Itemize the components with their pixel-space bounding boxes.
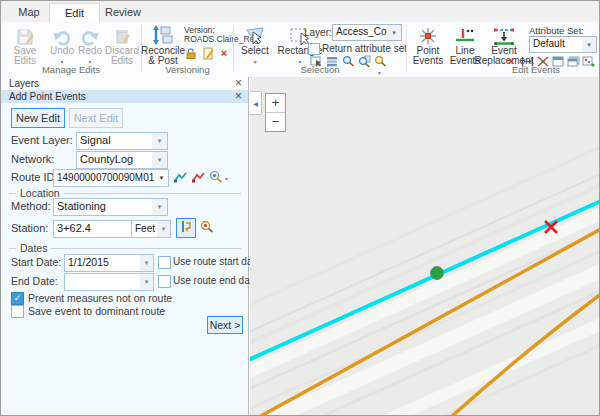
map-graphics	[250, 77, 599, 415]
collapse-panel-button[interactable]: ◀	[250, 91, 262, 115]
method-label: Method:	[11, 200, 51, 212]
group-label-versioning: Versioning	[142, 64, 233, 75]
add-point-events-title: Add Point Events	[9, 90, 86, 103]
version-lock-icon[interactable]	[184, 47, 198, 59]
layers-panel-header: Layers ×	[1, 77, 249, 91]
station-label: Station:	[11, 222, 48, 234]
use-route-start-date-checkbox[interactable]	[158, 256, 171, 269]
version-edit-icon[interactable]	[201, 47, 215, 59]
ribbon: Save Edits Undo ▾ Redo ▾ Discard Edits M…	[1, 22, 599, 78]
tab-map[interactable]: Map	[9, 3, 49, 22]
network-label: Network:	[11, 153, 54, 165]
save-dominant-checkbox[interactable]	[11, 305, 24, 318]
group-label-manage-edits: Manage Edits	[1, 64, 141, 75]
select-icon	[244, 23, 266, 46]
method-combobox[interactable]: Stationing	[53, 198, 155, 216]
method-dropdown-icon[interactable]: ▾	[152, 198, 168, 216]
app-window: Map Edit Review Save Edits Undo ▾ Redo ▾	[0, 0, 600, 416]
version-delete-icon[interactable]: ×	[217, 47, 231, 59]
station-unit-dropdown-icon[interactable]: ▾	[157, 220, 171, 238]
discard-icon	[113, 23, 131, 46]
save-dominant-label: Save event to dominant route	[28, 305, 165, 317]
dates-label: Dates	[20, 242, 47, 254]
end-date-dropdown-icon[interactable]: ▾	[140, 273, 154, 291]
station-zoom-icon[interactable]	[200, 220, 214, 232]
layer-label: Layer:	[304, 27, 332, 38]
route-id-combobox[interactable]: 14900000700090M01	[53, 169, 157, 187]
use-route-start-date-label: Use route start date	[173, 256, 261, 267]
point-events-icon	[417, 23, 439, 46]
event-layer-dropdown-icon[interactable]: ▾	[152, 132, 168, 150]
point-events-label: Point Events	[409, 46, 447, 66]
map-zoom-control: + −	[265, 93, 286, 132]
attribute-set-dropdown-icon[interactable]: ▾	[582, 36, 597, 53]
zoom-out-button[interactable]: −	[266, 113, 285, 131]
redo-button[interactable]: Redo ▾	[77, 23, 103, 67]
group-label-selection: Selection	[234, 64, 406, 75]
point-events-button[interactable]: Point Events	[409, 23, 447, 66]
station-unit-combobox[interactable]: Feet	[131, 220, 158, 238]
ribbon-tab-bar: Map Edit Review	[1, 1, 599, 22]
tab-review[interactable]: Review	[98, 3, 148, 22]
network-combobox[interactable]: CountyLog	[76, 151, 155, 169]
group-label-edit-events: Edit Events	[481, 64, 591, 75]
add-point-events-close-icon[interactable]: ×	[235, 90, 242, 103]
network-dropdown-icon[interactable]: ▾	[152, 151, 168, 169]
layer-dropdown-icon[interactable]: ▾	[387, 24, 402, 41]
discard-edits-button[interactable]: Discard Edits	[104, 23, 140, 66]
layers-panel-title: Layers	[9, 77, 39, 90]
tab-edit[interactable]: Edit	[49, 3, 100, 24]
route-zoom-icon[interactable]	[209, 170, 223, 182]
undo-icon	[52, 23, 72, 46]
attribute-set-label: Attribute Set:	[529, 25, 584, 36]
zoom-in-button[interactable]: +	[266, 94, 285, 112]
start-date-input[interactable]: 1/1/2015	[64, 254, 143, 272]
select-button[interactable]: Select ▾	[237, 23, 273, 67]
event-layer-combobox[interactable]: Signal	[76, 132, 155, 150]
check-icon: ✓	[14, 293, 22, 303]
prevent-measures-label: Prevent measures not on route	[28, 292, 172, 304]
line-events-icon	[454, 23, 476, 46]
attribute-set-combobox[interactable]: Default	[529, 36, 584, 53]
map-canvas[interactable]: ◀ + −	[250, 77, 599, 415]
next-button[interactable]: Next >	[207, 316, 243, 334]
road-line-upper[interactable]	[259, 229, 599, 415]
start-date-label: Start Date:	[11, 256, 61, 268]
next-edit-button[interactable]: Next Edit	[69, 108, 123, 128]
pick-location-button[interactable]	[176, 218, 196, 238]
event-replacement-icon	[492, 23, 516, 46]
add-point-events-header: Add Point Events ×	[1, 90, 249, 103]
prevent-measures-checkbox[interactable]: ✓	[11, 292, 24, 305]
point-event-marker[interactable]	[431, 267, 444, 280]
start-date-dropdown-icon[interactable]: ▾	[140, 254, 154, 272]
reconcile-icon	[152, 23, 174, 46]
layer-combobox[interactable]: Access_Control	[332, 24, 389, 41]
save-edits-label: Save Edits	[3, 46, 47, 66]
undo-button[interactable]: Undo ▾	[49, 23, 75, 67]
route-id-dropdown-icon[interactable]: ▾	[155, 169, 169, 187]
end-date-input[interactable]	[64, 273, 143, 291]
dates-separator: Dates	[9, 242, 241, 254]
new-edit-button[interactable]: New Edit	[11, 108, 65, 128]
collapse-arrow-icon: ◀	[253, 100, 258, 107]
redo-label: Redo	[78, 46, 102, 56]
discard-edits-label: Discard Edits	[104, 46, 140, 66]
save-icon	[15, 23, 35, 46]
select-label: Select	[241, 46, 269, 56]
reconcile-post-label: Reconcile & Post	[141, 46, 185, 66]
reconcile-post-button[interactable]: Reconcile & Post	[144, 23, 182, 66]
save-edits-button[interactable]: Save Edits	[3, 23, 47, 66]
route-invalid-icon[interactable]	[191, 171, 205, 183]
event-layer-label: Event Layer:	[11, 134, 73, 146]
return-attribute-set-checkbox[interactable]	[308, 43, 320, 55]
pick-location-icon	[180, 219, 192, 237]
station-input[interactable]: 3+62.4	[53, 220, 132, 238]
route-select-on-map-icon[interactable]	[173, 171, 187, 183]
use-route-end-date-label: Use route end date	[173, 275, 258, 286]
use-route-end-date-checkbox[interactable]	[158, 275, 171, 288]
undo-label: Undo	[50, 46, 74, 56]
route-id-label: Route ID:	[11, 171, 57, 183]
return-attribute-set-label: Return attribute set	[322, 43, 407, 54]
redo-icon	[80, 23, 100, 46]
route-zoom-dropdown-icon[interactable]: ▾	[225, 175, 228, 182]
